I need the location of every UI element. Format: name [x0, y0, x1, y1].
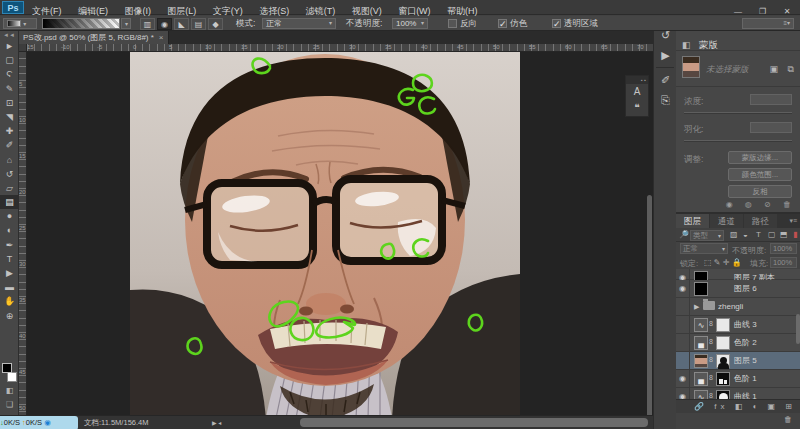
zoom-tool[interactable]: ⊕	[0, 309, 19, 323]
photo-canvas[interactable]	[130, 52, 520, 418]
color-range-button[interactable]: 颜色范围...	[728, 168, 792, 181]
dither-checkbox[interactable]: 仿色	[498, 16, 527, 31]
search-icon[interactable]: 🔎	[679, 230, 689, 239]
workspace-switcher[interactable]: ≡▾	[742, 18, 794, 29]
crop-tool[interactable]: ⊡	[0, 96, 19, 110]
menu-help[interactable]: 帮助(H)	[441, 4, 484, 19]
filter-smart-icon[interactable]: ⬒	[780, 230, 788, 239]
brush-tool[interactable]: ✐	[0, 138, 19, 152]
density-value[interactable]	[750, 94, 792, 105]
layer-name[interactable]: 色阶 2	[734, 334, 757, 351]
menu-window[interactable]: 窗口(W)	[392, 4, 437, 19]
gradient-tool[interactable]: ▤	[0, 195, 19, 209]
visibility-eye-icon[interactable]	[676, 298, 690, 315]
background-color[interactable]	[7, 372, 17, 382]
pen-tool[interactable]: ✒	[0, 238, 19, 252]
mask-link-icon[interactable]: 8	[709, 374, 713, 381]
layer-mask-thumbnail[interactable]	[716, 390, 730, 399]
layer-opacity-value[interactable]: 100%	[770, 243, 797, 254]
layer-row[interactable]: ◉▄8色阶 1	[676, 370, 800, 388]
menu-edit[interactable]: 编辑(E)	[72, 4, 114, 19]
mask-edge-button[interactable]: 蒙版边缘...	[728, 151, 792, 164]
close-button[interactable]: ✕	[777, 5, 797, 18]
group-expand-arrow[interactable]: ▶	[694, 298, 699, 315]
menu-file[interactable]: 文件(F)	[26, 4, 68, 19]
mask-badge-icon[interactable]: ▣	[769, 64, 778, 74]
mode-select[interactable]: 正常▾	[262, 18, 336, 29]
minimize-button[interactable]: —	[728, 5, 748, 18]
actions-panel-icon[interactable]: ▶	[654, 45, 677, 65]
angle-gradient-button[interactable]: ◣	[174, 18, 189, 30]
layer-row[interactable]: 8图层 5	[676, 352, 800, 370]
linear-gradient-button[interactable]: ▥	[140, 18, 155, 30]
feather-slider[interactable]	[684, 140, 792, 142]
tab-channels[interactable]: 通道	[710, 214, 743, 228]
layer-name[interactable]: zhengli	[718, 298, 743, 315]
transparency-checkbox[interactable]: 透明区域	[552, 16, 598, 31]
layer-row[interactable]: ▄8色阶 2	[676, 334, 800, 352]
blend-mode-select[interactable]: 正常▾	[680, 243, 728, 254]
layer-name[interactable]: 曲线 1	[734, 388, 757, 399]
filter-shape-icon[interactable]: ▢	[768, 230, 776, 239]
gradient-preview[interactable]	[42, 18, 120, 29]
layer-thumbnail[interactable]: ∿	[694, 390, 708, 399]
visibility-eye-icon[interactable]	[676, 334, 690, 351]
restore-button[interactable]: ❐	[753, 5, 773, 18]
layer-name[interactable]: 图层 5	[734, 352, 757, 369]
hand-tool[interactable]: ✋	[0, 294, 19, 308]
layer-row[interactable]: ◉图层 7 副本	[676, 269, 800, 280]
toolbar-collapse-icon[interactable]: ◄◄	[0, 31, 18, 39]
mask-link-icon[interactable]: 8	[709, 356, 713, 363]
feather-value[interactable]	[750, 122, 792, 133]
layer-name[interactable]: 图层 6	[734, 280, 757, 297]
menu-select[interactable]: 选择(S)	[253, 4, 295, 19]
blur-tool[interactable]: ●	[0, 209, 19, 223]
menu-view[interactable]: 视图(V)	[346, 4, 388, 19]
layer-name[interactable]: 色阶 1	[734, 370, 757, 387]
path-select-tool[interactable]: ▶	[0, 266, 19, 280]
reflected-gradient-button[interactable]: ▤	[191, 18, 206, 30]
horizontal-scrollbar[interactable]	[300, 418, 648, 427]
layer-row[interactable]: ∿8曲线 3	[676, 316, 800, 334]
tab-paths[interactable]: 路径	[744, 214, 777, 228]
mask-link-icon[interactable]: 8	[709, 320, 713, 327]
menu-layer[interactable]: 图层(L)	[161, 4, 202, 19]
layers-scrollbar[interactable]	[796, 314, 800, 344]
layer-row[interactable]: ◉∿8曲线 1	[676, 388, 800, 399]
density-slider[interactable]	[684, 112, 792, 114]
layer-row[interactable]: ▶zhengli	[676, 298, 800, 316]
filter-type-select[interactable]: 类型▾	[690, 230, 724, 241]
mini-panel-header[interactable]: ▪ ▪	[626, 76, 648, 84]
visibility-eye-icon[interactable]: ◉	[676, 388, 690, 399]
brush-panel-icon[interactable]: ✐	[654, 70, 677, 90]
visibility-eye-icon[interactable]: ◉	[676, 370, 690, 387]
type-tool[interactable]: T	[0, 252, 19, 266]
radial-gradient-button[interactable]: ◉	[157, 18, 172, 30]
visibility-eye-icon[interactable]: ◉	[676, 280, 690, 297]
refine-mask-icon[interactable]: ⧉	[788, 64, 794, 75]
layer-thumbnail[interactable]: ∿	[694, 318, 708, 332]
shape-tool[interactable]: ▬	[0, 280, 19, 294]
properties-footer-icons[interactable]: ◉ ◍ ⊘ 🗑	[726, 200, 796, 209]
mask-link-icon[interactable]: 8	[709, 392, 713, 399]
quick-select-tool[interactable]: ✎	[0, 82, 19, 96]
layer-row[interactable]: ◉图层 6	[676, 280, 800, 298]
layer-mask-thumbnail[interactable]	[716, 354, 730, 368]
healing-brush-tool[interactable]: ✚	[0, 124, 19, 138]
layer-thumbnail[interactable]: ▄	[694, 372, 708, 386]
menu-filter[interactable]: 滤镜(T)	[300, 4, 342, 19]
lock-icons[interactable]: ⬚ ✎ ✛ 🔒	[704, 258, 742, 267]
eraser-tool[interactable]: ▱	[0, 181, 19, 195]
marquee-tool[interactable]: ▢	[0, 53, 19, 67]
gradient-picker-caret[interactable]: ▾	[121, 18, 131, 29]
document-tab[interactable]: PS改.psd @ 50% (图层 5, RGB/8#) *×	[19, 31, 169, 44]
layer-mask-thumbnail[interactable]	[716, 336, 730, 350]
note-a-icon[interactable]: A	[626, 84, 648, 100]
foreground-color[interactable]	[2, 363, 12, 373]
layer-name[interactable]: 曲线 3	[734, 316, 757, 333]
tab-close-icon[interactable]: ×	[159, 33, 164, 42]
mask-link-icon[interactable]: 8	[709, 338, 713, 345]
menu-type[interactable]: 文字(Y)	[207, 4, 249, 19]
color-swatches[interactable]	[2, 363, 17, 382]
filter-pixel-icon[interactable]: ▨	[730, 230, 738, 239]
